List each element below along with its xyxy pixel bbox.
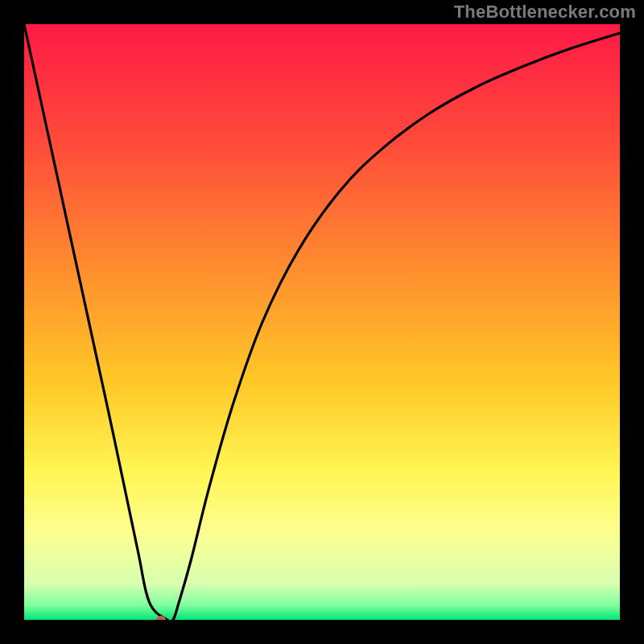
plot-area xyxy=(24,24,620,620)
optimum-marker xyxy=(156,616,166,620)
source-watermark: TheBottlenecker.com xyxy=(454,2,636,23)
chart-container: TheBottlenecker.com xyxy=(0,0,644,644)
bottleneck-curve xyxy=(24,24,620,620)
bottleneck-curve-layer xyxy=(24,24,620,620)
